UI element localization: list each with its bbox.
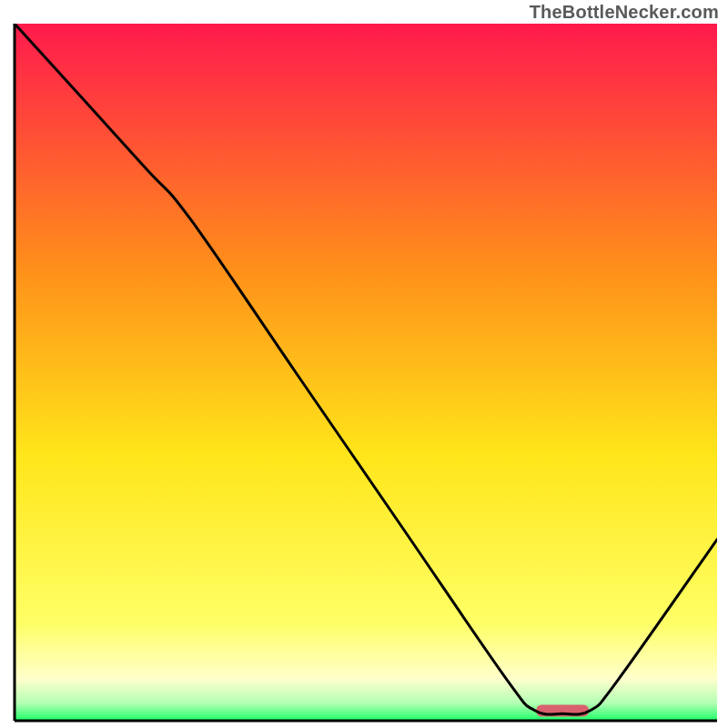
plot-background [15,24,717,721]
chart-container: TheBottleNecker.com [0,0,728,728]
attribution-text: TheBottleNecker.com [530,2,719,23]
bottleneck-chart [11,24,717,724]
